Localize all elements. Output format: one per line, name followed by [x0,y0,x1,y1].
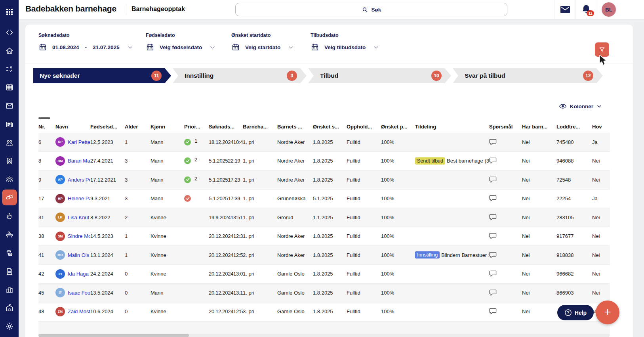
sidebar-item-groups[interactable] [0,172,19,186]
sidebar-item-documents[interactable] [0,264,19,279]
columns-toggle[interactable]: Kolonner [559,103,602,109]
table-row[interactable]: 41 MO Malin Ols 13.1.2024 1 Kvinne 20.12… [38,246,610,265]
table-row[interactable]: 31 LK Lisa Knut 8.8.2022 2 Kvinne 19.9.2… [38,208,610,227]
table-row[interactable]: 17 HP Helene Pa 9.3.2021 3 Mann 5.1.2025… [38,190,610,209]
avatar: ZM [55,307,65,316]
table-row[interactable]: 45 IF Isaac Foot 13.5.2024 0 Mann 20.12.… [38,283,610,303]
column-header[interactable]: Opphold... [347,124,381,130]
applicant-name-link[interactable]: Lisa Knut [68,214,89,220]
applicant-name-link[interactable]: Isaac Foot [68,290,90,296]
table-scrollbar-thumb[interactable] [38,117,50,119]
horizontal-scrollbar-track[interactable] [38,334,610,337]
document-icon [5,267,14,276]
column-header[interactable]: Barneha... [243,124,277,130]
applicant-name-link[interactable]: Karl Pette [68,139,90,145]
column-header[interactable]: Loddtre... [556,124,592,130]
column-header[interactable]: Ønsket s... [313,124,347,130]
speech-bubble-icon[interactable] [489,308,497,315]
applicant-name-link[interactable]: Zaid Most [68,308,90,314]
table-row[interactable]: 6 KP Karl Pette 12.5.2023 1 Mann 1 18.12… [38,133,610,152]
cell-name: IH Ida Haga [55,269,90,279]
applicant-name-link[interactable]: Baran Ma [68,158,90,164]
sidebar-item-home[interactable] [0,44,19,58]
stage-tab[interactable]: Innstilling 3 [173,68,307,83]
chevron-down-icon [210,44,215,50]
filter-dropdown[interactable]: Velg tilbudsdato [311,43,398,52]
cell-birthdate: 13.1.2024 [90,252,125,258]
messages-button[interactable] [560,5,570,14]
stage-tab[interactable]: Tilbud 10 [308,68,451,83]
speech-bubble-icon[interactable] [489,270,497,277]
speech-bubble-icon[interactable] [489,289,497,296]
sidebar-item-id-card[interactable] [0,154,19,168]
cell-birthdate: 13.5.2024 [90,290,125,296]
table-row[interactable]: 8 BM Baran Ma 27.4.2021 3 Mann 2 5.1.202… [38,152,610,171]
sidebar-item-code[interactable] [0,25,19,40]
column-header[interactable]: Nr. [38,124,55,130]
help-button[interactable]: ? Help [557,305,594,320]
cell-application-date: 20.12.202412:52 [209,252,243,258]
table-row[interactable]: 38 SM Sindre Mc 14.5.2023 1 Kvinne 20.12… [38,227,610,246]
user-avatar[interactable]: BL [602,2,616,17]
filter-value: Velg fødselsdato [160,44,202,50]
add-application-button[interactable]: + [596,301,619,324]
cell-gender: Kvinne [151,308,184,314]
filter-dropdown[interactable]: 01.08.2024-31.07.2025 [38,43,146,52]
speech-bubble-icon[interactable] [489,214,497,221]
column-header[interactable]: Navn [55,124,90,130]
speech-bubble-icon[interactable] [489,195,497,202]
sidebar-item-finance[interactable] [0,246,19,260]
sidebar-item-tasks[interactable] [0,62,19,76]
filter-dropdown[interactable]: Velg fødselsdato [146,43,231,52]
sidebar-item-families[interactable] [0,136,19,150]
sidebar-item-settings[interactable] [0,319,19,333]
filter-toggle-button[interactable] [595,42,609,57]
column-header[interactable]: Fødselsd... [90,124,125,130]
cell-district: Nordre Aker [277,158,313,164]
stage-tab[interactable]: Nye søknader 11 [33,68,171,83]
applicant-name-link[interactable]: Sindre Mc [68,233,90,239]
applicant-name-link[interactable]: Anders Pe [68,177,90,183]
column-header[interactable]: Søknads... [209,124,243,130]
speech-bubble-icon[interactable] [489,233,497,239]
column-header[interactable]: Tildeling [415,124,489,130]
sidebar-item-admissions[interactable] [0,190,19,205]
speech-bubble-icon[interactable] [489,139,497,146]
sidebar-item-raised-hand[interactable] [0,209,19,223]
column-header[interactable]: Prior... [184,124,209,130]
sidebar-item-school[interactable] [0,301,19,315]
filter-dropdown[interactable]: Velg startdato [231,43,311,52]
table-row[interactable]: 42 IH Ida Haga 24.2.2024 0 Kvinne 20.12.… [38,265,610,284]
sidebar-item-reception[interactable] [0,227,19,241]
search-placeholder-text: Søk [372,7,381,13]
speech-bubble-icon[interactable] [489,252,497,258]
cell-main-intake: Nei [592,158,610,164]
speech-bubble-icon[interactable] [489,176,497,183]
applicant-name-link[interactable]: Ida Haga [68,271,89,277]
speech-bubble-icon[interactable] [489,157,497,164]
applicant-name-link[interactable]: Helene Pa [68,195,90,201]
cell-name: AP Anders Pe [55,175,90,184]
sidebar-item-calendar[interactable] [0,80,19,94]
sidebar-item-news[interactable] [0,117,19,132]
applicant-name-link[interactable]: Malin Ols [68,252,89,258]
chevron-down-icon [288,44,294,50]
horizontal-scrollbar-thumb[interactable] [38,334,189,337]
table-row[interactable]: 48 ZM Zaid Most 10.6.2024 0 Kvinne 20.12… [38,303,610,322]
column-header[interactable]: Ønsket p... [381,124,415,130]
column-header[interactable]: Alder [125,124,151,130]
sidebar-item-apps-menu[interactable] [0,5,19,19]
id-card-icon [5,157,14,165]
column-header[interactable]: Spørsmål [489,124,522,130]
cell-gender: Kvinne [151,233,184,239]
stage-tab[interactable]: Svar på tilbud 12 [453,68,603,83]
column-header[interactable]: Har barn... [522,124,556,130]
column-header[interactable]: Hov [592,124,610,130]
column-header[interactable]: Kjønn [151,124,184,130]
table-row[interactable]: 9 AP Anders Pe 17.12.2021 3 Mann 2 5.1.2… [38,170,610,190]
cell-district: Nordre Aker [277,252,313,258]
sidebar-item-statistics[interactable] [0,283,19,297]
search-input[interactable]: Søk [235,3,507,16]
column-header[interactable]: Barnets ... [277,124,313,130]
sidebar-item-mail[interactable] [0,99,19,113]
